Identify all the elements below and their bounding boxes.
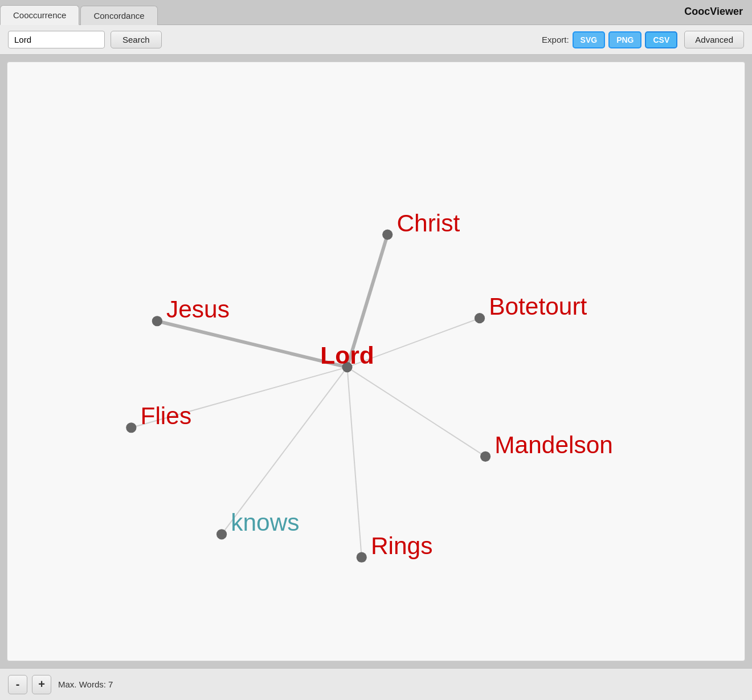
svg-text:Christ: Christ [397,210,460,237]
svg-point-17 [480,451,491,462]
graph-svg: LordChristJesusBotetourtFliesMandelsonkn… [7,62,745,661]
svg-text:Botetourt: Botetourt [489,293,587,320]
svg-point-21 [357,552,367,563]
svg-line-6 [347,367,361,557]
svg-point-15 [126,422,136,433]
export-png-button[interactable]: PNG [608,31,641,48]
svg-point-11 [152,316,162,326]
advanced-button[interactable]: Advanced [684,31,744,48]
svg-line-4 [347,367,485,457]
tab-concordance[interactable]: Concordance [80,6,157,25]
max-words-label: Max. Words: 7 [58,679,113,689]
search-input[interactable] [8,31,105,48]
zoom-in-button[interactable]: + [32,675,51,694]
zoom-out-button[interactable]: - [8,675,27,694]
tab-cooccurrence[interactable]: Cooccurrence [0,5,79,25]
svg-point-13 [475,313,485,323]
app-container: Cooccurrence Concordance CoocViewer Sear… [0,0,752,700]
bottom-bar: - + Max. Words: 7 [0,668,752,700]
app-title: CoocViewer [684,6,743,18]
svg-line-1 [157,321,348,367]
export-area: Export: SVG PNG CSV Advanced [542,31,744,48]
svg-text:Jesus: Jesus [166,296,230,323]
search-button[interactable]: Search [111,31,162,48]
export-csv-button[interactable]: CSV [645,31,677,48]
svg-text:Mandelson: Mandelson [494,432,613,458]
graph-canvas: LordChristJesusBotetourtFliesMandelsonkn… [7,62,745,661]
svg-text:knows: knows [231,509,299,536]
svg-point-19 [216,529,227,539]
svg-text:Lord: Lord [320,342,374,369]
toolbar: Search Export: SVG PNG CSV Advanced [0,25,752,55]
export-label: Export: [542,35,569,44]
export-svg-button[interactable]: SVG [573,31,606,48]
svg-text:Rings: Rings [371,532,433,559]
svg-text:Flies: Flies [141,402,192,429]
svg-point-9 [382,229,393,239]
tab-bar: Cooccurrence Concordance CoocViewer [0,0,752,25]
